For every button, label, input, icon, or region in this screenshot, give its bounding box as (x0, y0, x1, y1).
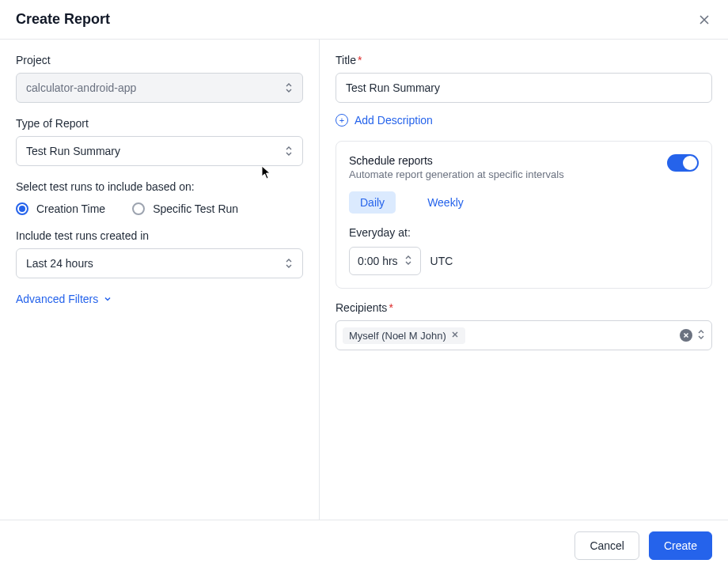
chevron-updown-icon (404, 255, 412, 268)
title-label-text: Title (336, 54, 356, 66)
modal-title: Create Report (16, 11, 110, 28)
basis-radio-group: Creation Time Specific Test Run (16, 202, 303, 215)
create-report-modal: Create Report Project calculator-android… (0, 0, 728, 571)
modal-footer: Cancel Create (0, 520, 728, 571)
report-type-value: Test Run Summary (26, 145, 285, 157)
project-select-value: calculator-android-app (26, 81, 285, 94)
close-icon (683, 332, 689, 338)
chevron-updown-icon (285, 146, 293, 157)
title-label: Title* (336, 54, 712, 66)
title-input[interactable] (336, 73, 712, 103)
schedule-subtitle: Automate report generation at specific i… (349, 168, 564, 180)
required-indicator: * (358, 54, 362, 66)
recipient-chip-label: Myself (Noel M John) (349, 330, 446, 342)
created-in-value: Last 24 hours (26, 257, 285, 270)
radio-specific-run-label: Specific Test Run (153, 202, 238, 215)
radio-specific-run[interactable]: Specific Test Run (132, 202, 238, 215)
everyday-at-label: Everyday at: (349, 226, 699, 239)
modal-body: Project calculator-android-app Type of R… (0, 40, 728, 520)
close-icon (698, 13, 711, 26)
modal-header: Create Report (0, 0, 728, 40)
add-description-button[interactable]: + Add Description (336, 114, 712, 127)
close-button[interactable] (696, 12, 712, 28)
radio-creation-time[interactable]: Creation Time (16, 202, 105, 215)
timezone-label: UTC (430, 255, 453, 267)
schedule-panel: Schedule reports Automate report generat… (336, 141, 712, 289)
chevron-down-icon (103, 294, 112, 304)
add-description-label: Add Description (355, 114, 433, 127)
chip-remove-button[interactable] (451, 330, 459, 341)
created-in-select[interactable]: Last 24 hours (16, 248, 303, 278)
recipient-chip: Myself (Noel M John) (343, 327, 465, 344)
left-pane: Project calculator-android-app Type of R… (0, 40, 320, 520)
schedule-header: Schedule reports Automate report generat… (349, 154, 699, 180)
clear-recipients-button[interactable] (680, 329, 692, 342)
right-pane: Title* + Add Description Schedule report… (320, 40, 728, 520)
radio-icon-checked (16, 202, 28, 215)
advanced-filters-label: Advanced Filters (16, 293, 98, 305)
close-icon (451, 331, 459, 338)
created-in-label: Include test runs created in (16, 229, 303, 242)
time-value: 0:00 hrs (358, 255, 398, 267)
schedule-toggle[interactable] (667, 154, 699, 172)
report-type-select[interactable]: Test Run Summary (16, 136, 303, 166)
time-picker[interactable]: 0:00 hrs (349, 247, 421, 275)
cancel-button[interactable]: Cancel (574, 531, 639, 560)
time-row: 0:00 hrs UTC (349, 247, 699, 275)
chevron-updown-icon (285, 82, 293, 93)
radio-icon-unchecked (132, 202, 145, 215)
required-indicator: * (389, 301, 392, 314)
report-type-label: Type of Report (16, 117, 303, 130)
project-select[interactable]: calculator-android-app (16, 73, 303, 103)
tab-weekly[interactable]: Weekly (416, 191, 475, 214)
chevron-updown-icon (697, 329, 705, 342)
project-label: Project (16, 54, 303, 66)
plus-circle-icon: + (336, 114, 348, 127)
advanced-filters-link[interactable]: Advanced Filters (16, 293, 303, 305)
recipients-input[interactable]: Myself (Noel M John) (336, 320, 712, 350)
select-basis-label: Select test runs to include based on: (16, 180, 303, 193)
chevron-updown-icon (285, 258, 293, 269)
schedule-tabs: Daily Weekly (349, 191, 699, 214)
recipients-controls (680, 329, 705, 342)
tab-daily[interactable]: Daily (349, 191, 396, 214)
create-button[interactable]: Create (649, 531, 712, 560)
schedule-title: Schedule reports (349, 154, 564, 167)
recipients-label: Recipients* (336, 301, 712, 314)
radio-creation-time-label: Creation Time (36, 202, 105, 215)
toggle-knob (683, 156, 697, 170)
recipients-label-text: Recipients (336, 301, 387, 314)
